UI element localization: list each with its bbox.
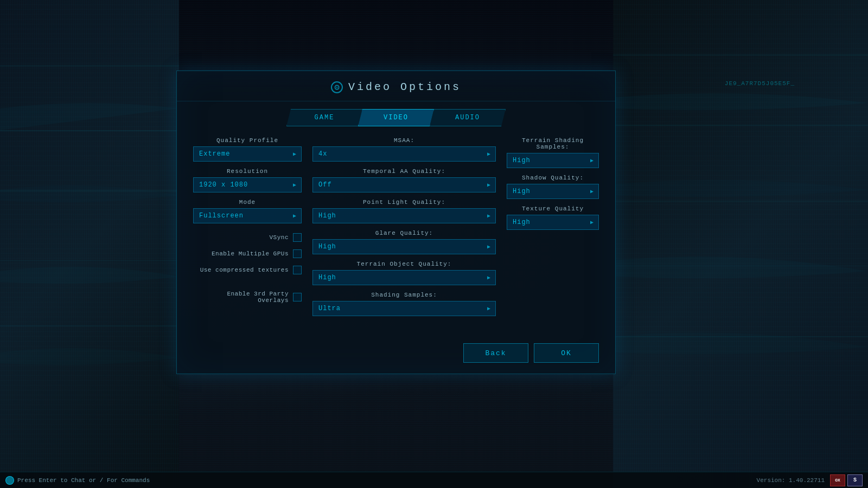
shadow-quality-dropdown[interactable]: High ▶ xyxy=(507,184,599,199)
shadow-quality-value: High xyxy=(513,188,531,195)
version-text: Version: 1.40.22711 xyxy=(757,477,825,484)
terrain-shading-arrow: ▶ xyxy=(590,157,594,164)
hex-display: JE9_A7R7D5J05E5F_ xyxy=(725,80,795,87)
terrain-shading-value: High xyxy=(513,157,531,164)
terrain-shading-dropdown[interactable]: High ▶ xyxy=(507,153,599,168)
side-panel-right xyxy=(613,0,868,488)
third-party-checkbox[interactable] xyxy=(293,293,302,301)
vsync-label: VSync xyxy=(269,234,289,241)
tab-audio[interactable]: AUDIO xyxy=(430,109,506,126)
mode-value: Fullscreen xyxy=(199,212,244,220)
left-column: Quality Profile Extreme ▶ Resolution 192… xyxy=(193,137,302,358)
stardock-logo: S xyxy=(847,474,863,486)
shading-samples-dropdown[interactable]: Ultra ▶ xyxy=(312,301,496,316)
shading-samples-arrow: ▶ xyxy=(487,305,491,312)
terrain-object-dropdown[interactable]: High ▶ xyxy=(312,270,496,285)
ok-button[interactable]: OK xyxy=(534,343,599,363)
right-area: MSAA: 4x ▶ Temporal AA Quality: Off ▶ Po… xyxy=(312,137,599,358)
oxide-logo: OX xyxy=(830,474,845,486)
dialog-content: Quality Profile Extreme ▶ Resolution 192… xyxy=(177,132,615,364)
mode-label: Mode xyxy=(193,199,302,206)
compressed-textures-checkbox[interactable] xyxy=(293,266,302,274)
center-column: MSAA: 4x ▶ Temporal AA Quality: Off ▶ Po… xyxy=(312,137,496,358)
glare-dropdown[interactable]: High ▶ xyxy=(312,239,496,254)
temporal-aa-dropdown[interactable]: Off ▶ xyxy=(312,177,496,192)
quality-profile-value: Extreme xyxy=(199,150,230,158)
point-light-label: Point Light Quality: xyxy=(312,199,496,206)
glare-value: High xyxy=(318,243,336,251)
chat-bubble-icon xyxy=(5,476,14,485)
point-light-dropdown[interactable]: High ▶ xyxy=(312,208,496,223)
texture-quality-dropdown[interactable]: High ▶ xyxy=(507,215,599,230)
dialog-footer: Back OK xyxy=(463,343,599,363)
point-light-value: High xyxy=(318,212,336,220)
glare-label: Glare Quality: xyxy=(312,230,496,236)
tab-video[interactable]: VIDEO xyxy=(358,109,434,126)
tab-bar: GAME VIDEO AUDIO xyxy=(177,101,615,132)
compressed-textures-label: Use compressed textures xyxy=(200,267,289,273)
dialog-header: Video Options xyxy=(177,71,615,101)
temporal-aa-label: Temporal AA Quality: xyxy=(312,168,496,175)
terrain-object-value: High xyxy=(318,274,336,281)
msaa-label: MSAA: xyxy=(312,137,496,144)
dialog-title: Video Options xyxy=(348,81,461,93)
far-right-column: Terrain Shading Samples: High ▶ Shadow Q… xyxy=(507,137,599,358)
quality-profile-dropdown[interactable]: Extreme ▶ xyxy=(193,146,302,162)
shadow-quality-label: Shadow Quality: xyxy=(507,175,599,181)
terrain-object-label: Terrain Object Quality: xyxy=(312,261,496,267)
temporal-aa-arrow: ▶ xyxy=(487,182,491,188)
mode-dropdown[interactable]: Fullscreen ▶ xyxy=(193,208,302,223)
point-light-arrow: ▶ xyxy=(487,213,491,219)
terrain-object-arrow: ▶ xyxy=(487,274,491,281)
resolution-value: 1920 x 1080 xyxy=(199,181,248,189)
resolution-arrow: ▶ xyxy=(293,182,297,188)
compressed-textures-row: Use compressed textures xyxy=(193,266,302,274)
shading-samples-label: Shading Samples: xyxy=(312,292,496,298)
texture-quality-value: High xyxy=(513,219,531,226)
enable-gpus-row: Enable Multiple GPUs xyxy=(193,249,302,258)
tab-game[interactable]: GAME xyxy=(286,109,362,126)
gear-icon xyxy=(331,81,343,93)
chat-hint-text: Press Enter to Chat or / For Commands xyxy=(17,477,150,484)
shadow-quality-arrow: ▶ xyxy=(590,188,594,195)
texture-quality-label: Texture Quality xyxy=(507,206,599,212)
resolution-dropdown[interactable]: 1920 x 1080 ▶ xyxy=(193,177,302,192)
back-button[interactable]: Back xyxy=(463,343,528,363)
msaa-value: 4x xyxy=(318,150,327,158)
third-party-row: Enable 3rd Party Overlays xyxy=(193,291,302,304)
resolution-label: Resolution xyxy=(193,168,302,175)
vsync-checkbox[interactable] xyxy=(293,233,302,242)
quality-profile-arrow: ▶ xyxy=(293,151,297,157)
msaa-dropdown[interactable]: 4x ▶ xyxy=(312,146,496,162)
bottom-bar: Press Enter to Chat or / For Commands Ve… xyxy=(0,472,868,488)
logos-area: OX S xyxy=(830,474,863,486)
side-panel-left xyxy=(0,0,179,488)
video-options-dialog: Video Options GAME VIDEO AUDIO Quality P… xyxy=(176,70,616,374)
vsync-row: VSync xyxy=(193,233,302,242)
glare-arrow: ▶ xyxy=(487,243,491,250)
terrain-shading-label: Terrain Shading Samples: xyxy=(507,137,599,150)
quality-profile-label: Quality Profile xyxy=(193,137,302,144)
enable-gpus-checkbox[interactable] xyxy=(293,249,302,258)
texture-quality-arrow: ▶ xyxy=(590,219,594,226)
temporal-aa-value: Off xyxy=(318,181,332,189)
chat-hint-area: Press Enter to Chat or / For Commands xyxy=(5,476,150,485)
enable-gpus-label: Enable Multiple GPUs xyxy=(212,251,289,257)
msaa-arrow: ▶ xyxy=(487,151,491,157)
third-party-label: Enable 3rd Party Overlays xyxy=(193,291,289,304)
mode-arrow: ▶ xyxy=(293,213,297,219)
shading-samples-value: Ultra xyxy=(318,305,341,312)
